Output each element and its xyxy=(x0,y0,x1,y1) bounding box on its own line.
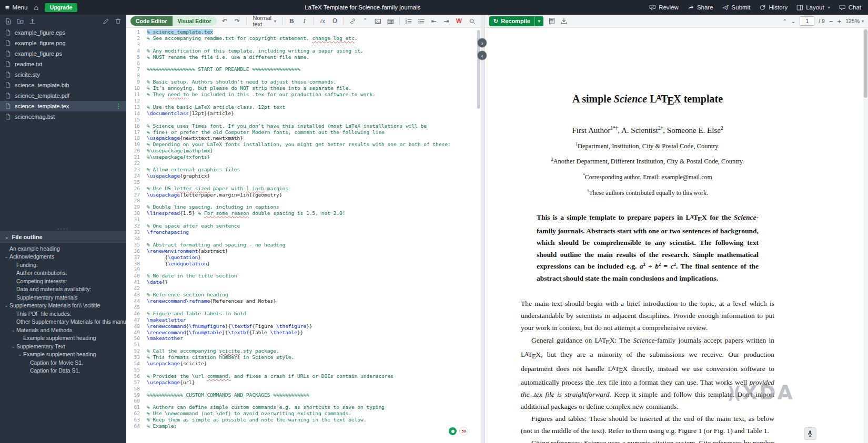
expand-editor-button[interactable]: › xyxy=(478,38,487,47)
insert-figure-icon[interactable] xyxy=(374,17,382,26)
code-line[interactable]: 8 xyxy=(126,73,481,79)
code-line[interactable]: 45 xyxy=(126,304,481,311)
code-line[interactable]: 1% science_template.tex xyxy=(126,29,481,35)
code-line[interactable]: 31 xyxy=(126,217,481,223)
bullet-list-icon[interactable] xyxy=(417,17,426,26)
file-item[interactable]: sciencemag.bst xyxy=(0,111,126,122)
code-line[interactable]: 32% One space after each sentence xyxy=(126,223,481,229)
code-line[interactable]: 41\date{} xyxy=(126,279,481,285)
outline-item[interactable]: Competing interests: xyxy=(0,277,126,285)
outline-item[interactable]: ⌄Acknowledgments xyxy=(0,253,126,261)
grammar-extension-badge[interactable] xyxy=(449,427,457,435)
upload-file-icon[interactable] xyxy=(29,18,36,25)
undo-icon[interactable]: ↶ xyxy=(220,17,229,26)
link-icon[interactable] xyxy=(348,17,357,26)
code-line[interactable]: 2% See accompanying readme.txt for copyr… xyxy=(126,35,481,42)
chevron-down-icon[interactable]: ⌄ xyxy=(17,352,23,357)
outdent-icon[interactable]: ⇤ xyxy=(429,17,438,26)
file-item[interactable]: example_figure.ps xyxy=(0,48,126,59)
code-line[interactable]: 23% Allow external graphics files xyxy=(126,167,481,173)
outline-item[interactable]: An example heading xyxy=(0,244,126,253)
topbar-share-button[interactable]: Share xyxy=(688,4,713,11)
collapse-editor-button[interactable]: ‹ xyxy=(478,51,487,60)
new-file-icon[interactable] xyxy=(5,18,12,25)
code-line[interactable]: 27\usepackage[letterpaper,margin=1in]{ge… xyxy=(126,192,481,198)
chevron-down-icon[interactable]: ⌄ xyxy=(3,303,9,308)
outline-item[interactable]: ⌄Materials and Methods xyxy=(0,326,126,334)
code-line[interactable]: 6 xyxy=(126,60,481,67)
pane-resizer[interactable]: › ‹ xyxy=(481,15,485,443)
code-line[interactable]: 36\renewenvironment{abstract} xyxy=(126,248,481,254)
code-line[interactable]: 53% This formats citation numbers in Sci… xyxy=(126,354,481,360)
outline-item[interactable]: Caption for Data S1. xyxy=(0,367,126,375)
code-line[interactable]: 58 xyxy=(126,386,481,392)
visual-editor-toggle[interactable]: Visual Editor xyxy=(173,16,217,26)
topbar-submit-button[interactable]: Submit xyxy=(722,4,751,11)
redo-icon[interactable]: ↷ xyxy=(233,17,242,26)
compile-logs-icon[interactable] xyxy=(548,17,556,25)
code-line[interactable]: 42 xyxy=(126,285,481,292)
recompile-options-dropdown[interactable]: ▾ xyxy=(534,16,543,26)
code-line[interactable]: 43% Reference section heading xyxy=(126,292,481,298)
code-line[interactable]: 35% Abstract formatting and spacing - no… xyxy=(126,242,481,248)
code-line[interactable]: 7%%%%%%%%%%%%%%%% START OF PREAMBLE %%%%… xyxy=(126,66,481,73)
code-line[interactable]: 39 xyxy=(126,266,481,273)
code-line[interactable]: 30\linespread{1.5} % For some reason dou… xyxy=(126,210,481,217)
code-line[interactable]: 61% Authors can define simple custom com… xyxy=(126,404,481,410)
paragraph-style-dropdown[interactable]: Normal text ▾ xyxy=(251,15,279,27)
code-line[interactable]: 16% Science uses Times font. If you don'… xyxy=(126,123,481,129)
code-line[interactable]: 52% Call the accompanying scicite.sty pa… xyxy=(126,348,481,354)
file-outline-header[interactable]: ⌄ File outline xyxy=(0,231,126,243)
menu-button[interactable]: ≡ Menu xyxy=(5,4,27,12)
file-item[interactable]: readme.txt xyxy=(0,59,126,69)
outline-item[interactable]: This PDF file includes: xyxy=(0,310,126,318)
code-editor[interactable]: 1% science_template.tex2% See accompanyi… xyxy=(126,28,481,443)
code-line[interactable]: 25 xyxy=(126,179,481,186)
indent-icon[interactable]: ⇥ xyxy=(442,17,451,26)
outline-item[interactable]: ⌄Supplementary Text xyxy=(0,342,126,351)
zoom-level-dropdown[interactable]: 125% ▾ xyxy=(845,18,864,24)
cite-icon[interactable]: ” xyxy=(361,17,370,26)
code-line[interactable]: 55 xyxy=(126,367,481,373)
code-line[interactable]: 44\renewcommand\refname{References and N… xyxy=(126,298,481,304)
counter-extension-badge[interactable]: 50 xyxy=(459,427,468,436)
download-pdf-icon[interactable] xyxy=(560,17,568,25)
code-line[interactable]: 49\renewcommand{\fnum@table}{\textbf{Tab… xyxy=(126,329,481,336)
code-line[interactable]: 48\renewcommand{\fnum@figure}{\textbf{Fi… xyxy=(126,323,481,329)
search-icon[interactable] xyxy=(468,17,477,26)
code-line[interactable]: 62% Use \newcommand (not \def) to avoid … xyxy=(126,410,481,417)
outline-item[interactable]: Other Supplementary Materials for this m… xyxy=(0,318,126,326)
file-item[interactable]: scicite.sty xyxy=(0,69,126,80)
outline-item[interactable]: Author contributions: xyxy=(0,269,126,277)
pdf-scrollbar-thumb[interactable] xyxy=(864,29,867,98)
code-line[interactable]: 14\documentclass[12pt]{article} xyxy=(126,110,481,117)
panel-resize-handle[interactable]: ···· xyxy=(0,226,126,231)
code-line[interactable]: 13% Use the basic LaTeX article class, 1… xyxy=(126,104,481,110)
symbol-icon[interactable]: Ω xyxy=(330,17,339,26)
insert-table-icon[interactable] xyxy=(386,17,395,26)
code-line[interactable]: 63% Keep them as simple as possible and … xyxy=(126,417,481,423)
code-line[interactable]: 37 {\quotation} xyxy=(126,254,481,261)
code-line[interactable]: 51 xyxy=(126,342,481,348)
code-line[interactable]: 22 xyxy=(126,160,481,167)
code-line[interactable]: 19% Depending on your LaTeX fonts instal… xyxy=(126,141,481,148)
outline-item[interactable]: Caption for Movie S1. xyxy=(0,358,126,367)
zoom-out-icon[interactable]: − xyxy=(829,17,833,25)
code-line[interactable]: 64% Example: xyxy=(126,423,481,429)
code-line[interactable]: 15 xyxy=(126,117,481,123)
code-line[interactable]: 24\usepackage{graphicx} xyxy=(126,173,481,179)
upgrade-button[interactable]: Upgrade xyxy=(45,3,78,12)
recompile-button[interactable]: ↻ Recompile xyxy=(489,16,534,26)
chevron-down-icon[interactable]: ⌄ xyxy=(10,344,16,349)
code-line[interactable]: 38 {\endquotation} xyxy=(126,261,481,267)
code-line[interactable]: 21%\usepackage{txfonts} xyxy=(126,154,481,160)
code-line[interactable]: 10% It's annoying, but please do NOT str… xyxy=(126,85,481,91)
pdf-scrollbar-track[interactable] xyxy=(863,28,868,443)
next-page-icon[interactable]: ⌄ xyxy=(791,18,795,24)
code-line[interactable]: 29% Double line spacing, including in ca… xyxy=(126,204,481,210)
numbered-list-icon[interactable]: 123 xyxy=(404,17,413,26)
topbar-layout-button[interactable]: Layout▾ xyxy=(796,4,830,11)
topbar-history-button[interactable]: History xyxy=(759,4,788,11)
code-line[interactable]: 26% Use US letter sized paper with 1 inc… xyxy=(126,186,481,192)
microphone-overlay-button[interactable] xyxy=(804,427,816,440)
